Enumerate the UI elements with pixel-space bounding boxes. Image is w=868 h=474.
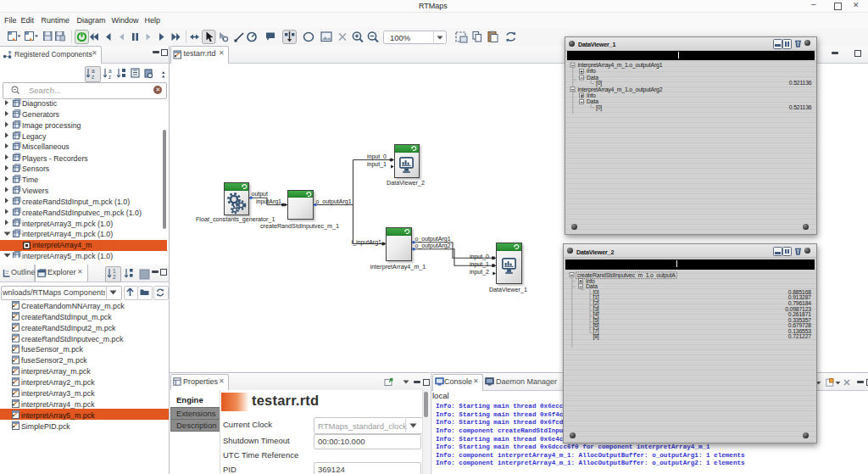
svg-text:1: 1 xyxy=(113,268,116,274)
svg-text:100%: 100% xyxy=(390,33,411,42)
svg-text:z: z xyxy=(108,74,111,80)
svg-text:z: z xyxy=(92,74,94,80)
svg-text:a: a xyxy=(108,68,112,74)
svg-text:a: a xyxy=(92,68,95,74)
svg-text:2: 2 xyxy=(113,274,116,280)
